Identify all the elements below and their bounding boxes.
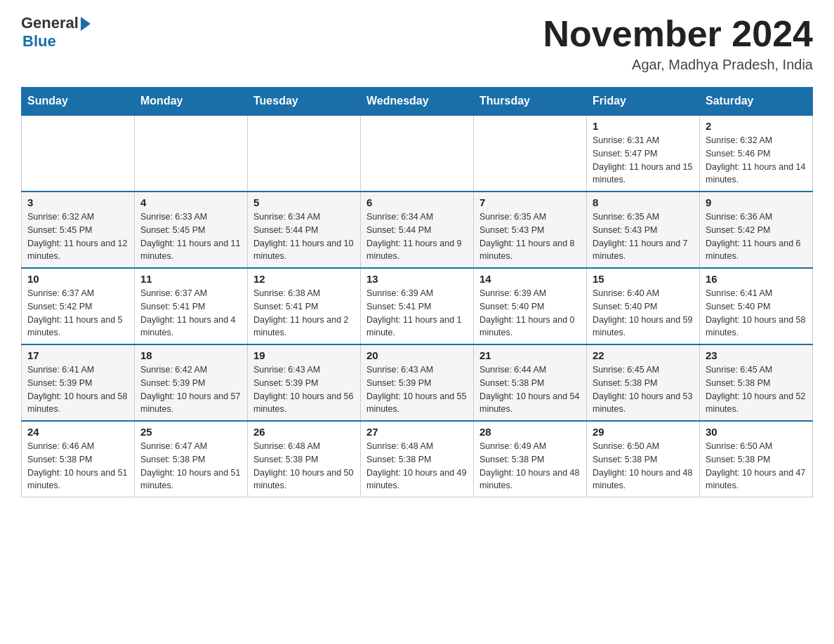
day-number: 27 [366,426,468,438]
calendar-cell: 9Sunrise: 6:36 AMSunset: 5:42 PMDaylight… [700,192,813,268]
day-of-week-header: Monday [135,88,248,116]
day-info: Sunrise: 6:45 AMSunset: 5:38 PMDaylight:… [593,363,694,416]
day-info: Sunrise: 6:48 AMSunset: 5:38 PMDaylight:… [366,440,468,492]
day-info: Sunrise: 6:37 AMSunset: 5:41 PMDaylight:… [140,287,241,340]
calendar-cell: 23Sunrise: 6:45 AMSunset: 5:38 PMDayligh… [700,344,813,421]
logo-arrow-icon [81,17,91,31]
calendar-cell: 16Sunrise: 6:41 AMSunset: 5:40 PMDayligh… [700,268,813,344]
calendar-cell: 21Sunrise: 6:44 AMSunset: 5:38 PMDayligh… [474,344,587,421]
day-number: 11 [140,273,241,285]
calendar-cell: 2Sunrise: 6:32 AMSunset: 5:46 PMDaylight… [700,115,813,192]
day-info: Sunrise: 6:37 AMSunset: 5:42 PMDaylight:… [27,287,128,340]
day-number: 5 [253,196,355,208]
calendar-cell [22,115,135,192]
calendar-cell: 7Sunrise: 6:35 AMSunset: 5:43 PMDaylight… [474,192,587,268]
logo: General Blue [21,14,91,51]
calendar-week-row: 1Sunrise: 6:31 AMSunset: 5:47 PMDaylight… [22,115,813,192]
day-info: Sunrise: 6:44 AMSunset: 5:38 PMDaylight:… [479,363,581,416]
day-of-week-header: Saturday [700,88,813,116]
day-number: 4 [140,196,241,208]
day-number: 15 [593,273,694,285]
day-number: 12 [253,273,355,285]
calendar-cell: 22Sunrise: 6:45 AMSunset: 5:38 PMDayligh… [587,344,700,421]
day-number: 13 [366,273,468,285]
calendar-week-row: 24Sunrise: 6:46 AMSunset: 5:38 PMDayligh… [22,421,813,497]
day-info: Sunrise: 6:34 AMSunset: 5:44 PMDaylight:… [253,210,355,263]
day-info: Sunrise: 6:38 AMSunset: 5:41 PMDaylight:… [253,287,355,340]
calendar-cell [361,115,474,192]
day-of-week-header: Tuesday [248,88,361,116]
day-of-week-header: Thursday [474,88,587,116]
day-info: Sunrise: 6:46 AMSunset: 5:38 PMDaylight:… [27,440,128,492]
day-info: Sunrise: 6:33 AMSunset: 5:45 PMDaylight:… [140,210,241,263]
calendar-cell: 6Sunrise: 6:34 AMSunset: 5:44 PMDaylight… [361,192,474,268]
day-info: Sunrise: 6:43 AMSunset: 5:39 PMDaylight:… [253,363,355,416]
day-info: Sunrise: 6:39 AMSunset: 5:40 PMDaylight:… [479,287,581,340]
calendar-cell: 13Sunrise: 6:39 AMSunset: 5:41 PMDayligh… [361,268,474,344]
day-number: 17 [27,349,128,361]
calendar-cell: 8Sunrise: 6:35 AMSunset: 5:43 PMDaylight… [587,192,700,268]
calendar-cell: 26Sunrise: 6:48 AMSunset: 5:38 PMDayligh… [248,421,361,497]
calendar-week-row: 17Sunrise: 6:41 AMSunset: 5:39 PMDayligh… [22,344,813,421]
main-title: November 2024 [543,14,813,54]
day-info: Sunrise: 6:35 AMSunset: 5:43 PMDaylight:… [593,210,694,263]
day-number: 10 [27,273,128,285]
day-number: 22 [593,349,694,361]
calendar-cell: 10Sunrise: 6:37 AMSunset: 5:42 PMDayligh… [22,268,135,344]
day-number: 6 [366,196,468,208]
calendar-cell: 1Sunrise: 6:31 AMSunset: 5:47 PMDaylight… [587,115,700,192]
day-number: 26 [253,426,355,438]
title-block: November 2024 Agar, Madhya Pradesh, Indi… [543,14,813,73]
day-number: 2 [706,120,807,132]
day-info: Sunrise: 6:32 AMSunset: 5:46 PMDaylight:… [706,134,807,187]
day-number: 28 [479,426,581,438]
day-number: 7 [479,196,581,208]
logo-blue-text: Blue [22,32,56,51]
day-info: Sunrise: 6:32 AMSunset: 5:45 PMDaylight:… [27,210,128,263]
page-header: General Blue November 2024 Agar, Madhya … [21,14,813,73]
calendar-cell: 18Sunrise: 6:42 AMSunset: 5:39 PMDayligh… [135,344,248,421]
calendar-body: 1Sunrise: 6:31 AMSunset: 5:47 PMDaylight… [22,115,813,497]
day-number: 25 [140,426,241,438]
day-number: 19 [253,349,355,361]
calendar-cell: 20Sunrise: 6:43 AMSunset: 5:39 PMDayligh… [361,344,474,421]
calendar-cell: 29Sunrise: 6:50 AMSunset: 5:38 PMDayligh… [587,421,700,497]
header-row: SundayMondayTuesdayWednesdayThursdayFrid… [22,88,813,116]
calendar-header: SundayMondayTuesdayWednesdayThursdayFrid… [22,88,813,116]
calendar-cell: 28Sunrise: 6:49 AMSunset: 5:38 PMDayligh… [474,421,587,497]
day-number: 24 [27,426,128,438]
day-info: Sunrise: 6:50 AMSunset: 5:38 PMDaylight:… [706,440,807,492]
calendar-cell: 17Sunrise: 6:41 AMSunset: 5:39 PMDayligh… [22,344,135,421]
subtitle: Agar, Madhya Pradesh, India [543,57,813,73]
day-of-week-header: Wednesday [361,88,474,116]
day-info: Sunrise: 6:39 AMSunset: 5:41 PMDaylight:… [366,287,468,340]
calendar-cell: 3Sunrise: 6:32 AMSunset: 5:45 PMDaylight… [22,192,135,268]
calendar-cell [474,115,587,192]
day-info: Sunrise: 6:41 AMSunset: 5:40 PMDaylight:… [706,287,807,340]
day-info: Sunrise: 6:31 AMSunset: 5:47 PMDaylight:… [593,134,694,187]
calendar-cell: 14Sunrise: 6:39 AMSunset: 5:40 PMDayligh… [474,268,587,344]
day-number: 14 [479,273,581,285]
calendar-cell: 19Sunrise: 6:43 AMSunset: 5:39 PMDayligh… [248,344,361,421]
day-info: Sunrise: 6:47 AMSunset: 5:38 PMDaylight:… [140,440,241,492]
calendar-cell: 30Sunrise: 6:50 AMSunset: 5:38 PMDayligh… [700,421,813,497]
day-info: Sunrise: 6:50 AMSunset: 5:38 PMDaylight:… [593,440,694,492]
calendar-cell: 27Sunrise: 6:48 AMSunset: 5:38 PMDayligh… [361,421,474,497]
calendar-cell: 4Sunrise: 6:33 AMSunset: 5:45 PMDaylight… [135,192,248,268]
calendar-cell: 12Sunrise: 6:38 AMSunset: 5:41 PMDayligh… [248,268,361,344]
day-info: Sunrise: 6:45 AMSunset: 5:38 PMDaylight:… [706,363,807,416]
calendar-week-row: 10Sunrise: 6:37 AMSunset: 5:42 PMDayligh… [22,268,813,344]
calendar-cell: 24Sunrise: 6:46 AMSunset: 5:38 PMDayligh… [22,421,135,497]
day-info: Sunrise: 6:36 AMSunset: 5:42 PMDaylight:… [706,210,807,263]
calendar-table: SundayMondayTuesdayWednesdayThursdayFrid… [21,87,813,497]
logo-general-text: General [21,14,79,32]
calendar-cell: 25Sunrise: 6:47 AMSunset: 5:38 PMDayligh… [135,421,248,497]
day-number: 18 [140,349,241,361]
day-info: Sunrise: 6:40 AMSunset: 5:40 PMDaylight:… [593,287,694,340]
calendar-cell: 11Sunrise: 6:37 AMSunset: 5:41 PMDayligh… [135,268,248,344]
day-info: Sunrise: 6:48 AMSunset: 5:38 PMDaylight:… [253,440,355,492]
day-number: 8 [593,196,694,208]
calendar-cell [248,115,361,192]
day-of-week-header: Sunday [22,88,135,116]
calendar-cell: 15Sunrise: 6:40 AMSunset: 5:40 PMDayligh… [587,268,700,344]
